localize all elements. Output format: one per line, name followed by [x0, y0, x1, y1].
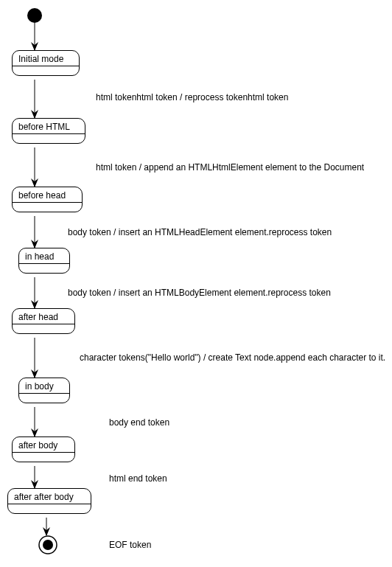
state-label: Initial mode: [13, 51, 79, 66]
edge-label: html tokenhtml token / reprocess tokenht…: [96, 92, 288, 102]
diagram-canvas: Initial mode before HTML before head in …: [0, 0, 392, 567]
state-label: in head: [19, 248, 69, 263]
state-after-body: after body: [12, 436, 75, 462]
state-label: after head: [13, 309, 74, 324]
edge-label: html end token: [109, 473, 167, 484]
state-after-after-body: after after body: [7, 488, 91, 514]
edge-label: body token / insert an HTMLBodyElement e…: [68, 288, 331, 298]
edge-label: html token / append an HTMLHtmlElement e…: [96, 162, 364, 173]
state-initial-mode: Initial mode: [12, 50, 80, 76]
edge-label: EOF token: [109, 540, 151, 550]
edge-label: body token / insert an HTMLHeadElement e…: [68, 227, 332, 237]
edge-label: body end token: [109, 417, 169, 428]
state-in-body: in body: [18, 378, 70, 403]
state-before-head: before head: [12, 187, 83, 212]
state-label: after after body: [8, 489, 91, 504]
state-before-html: before HTML: [12, 118, 85, 144]
state-label: in body: [19, 378, 69, 393]
arrows-layer: [0, 0, 392, 567]
edge-label: character tokens("Hello world") / create…: [80, 352, 385, 363]
state-after-head: after head: [12, 308, 75, 334]
state-label: after body: [13, 437, 74, 452]
state-in-head: in head: [18, 248, 70, 274]
state-label: before HTML: [13, 119, 85, 133]
state-label: before head: [13, 187, 82, 202]
